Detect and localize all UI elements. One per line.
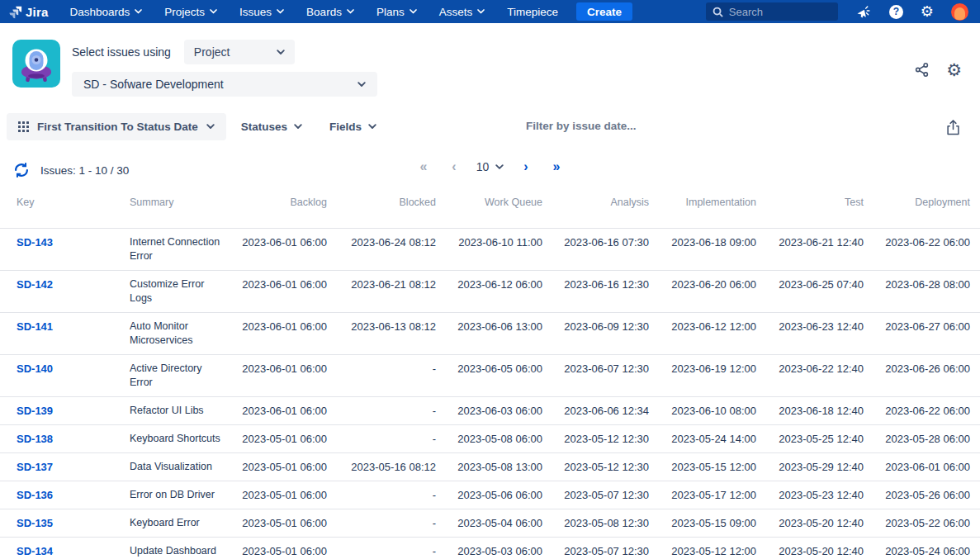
issues-table: KeySummaryBacklogBlockedWork QueueAnalys… xyxy=(0,192,980,559)
date-cell-backlog: 2023-06-01 06:00 xyxy=(234,355,337,397)
date-cell-implementation: 2023-06-12 12:00 xyxy=(659,313,766,355)
gadget-settings-gear-icon[interactable]: ⚙ xyxy=(946,61,962,78)
table-row: SD-139Refactor UI Libs2023-06-01 06:00-2… xyxy=(0,397,980,425)
nav-item-timepiece[interactable]: Timepiece xyxy=(507,6,558,18)
date-cell-test: 2023-05-20 12:40 xyxy=(766,538,873,559)
prev-page-button[interactable]: ‹ xyxy=(439,160,470,173)
date-cell-work-queue: 2023-05-08 06:00 xyxy=(446,425,552,453)
chevron-down-icon xyxy=(347,9,354,14)
table-row: SD-142Customize Error Logs2023-06-01 06:… xyxy=(0,271,980,313)
date-cell-blocked: - xyxy=(337,538,446,559)
next-page-button[interactable]: › xyxy=(511,160,542,173)
date-cell-work-queue: 2023-06-03 06:00 xyxy=(446,397,552,425)
date-cell-implementation: 2023-05-15 09:00 xyxy=(659,509,766,538)
date-cell-deployment: 2023-05-22 06:00 xyxy=(873,509,980,538)
date-cell-work-queue: 2023-05-03 06:00 xyxy=(446,538,552,559)
table-row: SD-134Update Dashboard Data2023-05-01 06… xyxy=(0,538,980,559)
table-body: SD-143Internet Connection Error2023-06-0… xyxy=(0,229,980,559)
issue-key-link[interactable]: SD-135 xyxy=(17,517,53,529)
date-cell-deployment: 2023-06-22 06:00 xyxy=(873,229,980,271)
date-cell-backlog: 2023-06-01 06:00 xyxy=(234,313,337,355)
issue-summary-cell: Internet Connection Error xyxy=(113,229,234,271)
date-cell-implementation: 2023-05-17 12:00 xyxy=(659,481,766,509)
navbar-search[interactable] xyxy=(706,2,838,21)
user-avatar[interactable] xyxy=(951,3,968,21)
nav-item-plans[interactable]: Plans xyxy=(376,6,417,18)
date-cell-backlog: 2023-05-01 06:00 xyxy=(234,509,337,538)
issue-key-link[interactable]: SD-138 xyxy=(17,433,53,445)
nav-item-projects[interactable]: Projects xyxy=(164,6,217,18)
nav-item-boards[interactable]: Boards xyxy=(306,6,354,18)
date-cell-deployment: 2023-05-26 06:00 xyxy=(873,481,980,509)
app-icon xyxy=(12,40,60,88)
date-cell-analysis: 2023-06-09 12:30 xyxy=(552,313,659,355)
issue-key-cell: SD-143 xyxy=(0,229,113,271)
nav-item-dashboards[interactable]: Dashboards xyxy=(70,6,143,18)
nav-item-label: Dashboards xyxy=(70,6,130,18)
issue-key-link[interactable]: SD-142 xyxy=(17,278,53,291)
select-mode-dropdown[interactable]: Project xyxy=(184,40,295,64)
issue-key-link[interactable]: SD-139 xyxy=(17,405,53,417)
nav-item-issues[interactable]: Issues xyxy=(239,6,284,18)
announcements-megaphone-icon[interactable] xyxy=(855,4,872,20)
nav-item-label: Projects xyxy=(164,6,205,18)
table-header-row: KeySummaryBacklogBlockedWork QueueAnalys… xyxy=(0,192,980,229)
date-cell-blocked: 2023-05-16 08:12 xyxy=(337,453,446,481)
project-dropdown[interactable]: SD - Sofware Development xyxy=(72,72,377,97)
date-cell-implementation: 2023-05-15 12:00 xyxy=(659,453,766,481)
issues-count-label: Issues: 1 - 10 / 30 xyxy=(40,164,129,177)
date-cell-analysis: 2023-05-07 12:30 xyxy=(552,481,659,509)
date-cell-test: 2023-05-20 12:40 xyxy=(766,509,873,538)
export-icon[interactable] xyxy=(946,119,960,135)
issue-summary-cell: Data Visualization xyxy=(113,453,234,481)
column-header-analysis: Analysis xyxy=(552,192,659,229)
issue-summary-cell: Auto Monitor Microservices xyxy=(113,313,234,355)
date-cell-backlog: 2023-05-01 06:00 xyxy=(234,538,337,559)
date-cell-work-queue: 2023-06-05 06:00 xyxy=(446,355,552,397)
column-header-backlog: Backlog xyxy=(234,192,337,229)
nav-item-label: Issues xyxy=(239,6,272,18)
statuses-dropdown[interactable]: Statuses xyxy=(241,121,302,133)
first-page-button[interactable]: « xyxy=(409,160,439,173)
issue-key-cell: SD-142 xyxy=(0,271,113,313)
date-cell-analysis: 2023-06-06 12:34 xyxy=(552,397,659,425)
nav-item-assets[interactable]: Assets xyxy=(439,6,485,18)
date-cell-blocked: 2023-06-24 08:12 xyxy=(337,229,446,271)
chevron-down-icon xyxy=(135,9,142,14)
create-button[interactable]: Create xyxy=(576,2,632,21)
issue-key-link[interactable]: SD-136 xyxy=(17,489,53,501)
settings-gear-icon[interactable]: ⚙ xyxy=(921,4,934,19)
help-icon[interactable]: ? xyxy=(889,5,903,19)
issue-key-link[interactable]: SD-137 xyxy=(17,461,53,473)
filter-by-issue-date-input[interactable]: Filter by issue date... xyxy=(526,119,637,131)
gadget-actions: ⚙ xyxy=(914,59,962,79)
chevron-down-icon xyxy=(294,124,302,130)
issue-key-link[interactable]: SD-140 xyxy=(17,362,53,375)
issue-key-link[interactable]: SD-141 xyxy=(17,320,53,333)
select-mode-value: Project xyxy=(194,45,230,59)
last-page-button[interactable]: » xyxy=(542,160,572,173)
date-cell-blocked: - xyxy=(337,355,446,397)
issue-summary-cell: Keyboard Error xyxy=(113,509,234,538)
refresh-icon[interactable] xyxy=(12,161,31,179)
issue-key-link[interactable]: SD-134 xyxy=(17,545,53,557)
share-icon[interactable] xyxy=(914,62,930,78)
date-cell-test: 2023-05-29 12:40 xyxy=(766,453,873,481)
jira-logo-text: Jira xyxy=(26,5,49,19)
date-cell-analysis: 2023-06-16 07:30 xyxy=(552,229,659,271)
date-cell-analysis: 2023-05-12 12:30 xyxy=(552,453,659,481)
date-cell-work-queue: 2023-05-08 13:00 xyxy=(446,453,552,481)
date-cell-implementation: 2023-06-19 12:00 xyxy=(659,355,766,397)
search-input[interactable] xyxy=(729,6,831,18)
page-size-select[interactable]: 10 xyxy=(470,160,511,173)
fields-dropdown[interactable]: Fields xyxy=(329,121,376,133)
fields-label: Fields xyxy=(329,121,362,133)
nav-item-label: Boards xyxy=(306,6,342,18)
project-dropdown-value: SD - Sofware Development xyxy=(83,78,224,91)
chevron-down-icon xyxy=(277,9,284,14)
date-cell-test: 2023-05-23 12:40 xyxy=(766,481,873,509)
column-header-blocked: Blocked xyxy=(337,192,446,229)
column-picker-dropdown[interactable]: First Transition To Status Date xyxy=(7,113,226,140)
issue-key-link[interactable]: SD-143 xyxy=(17,236,53,249)
jira-logo[interactable]: Jira xyxy=(8,4,49,19)
